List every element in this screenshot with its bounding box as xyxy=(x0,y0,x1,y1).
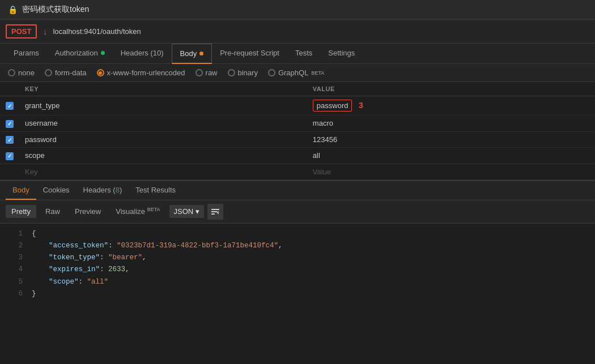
checkbox-checked: ✓ xyxy=(6,102,14,110)
resp-tab-body[interactable]: Body xyxy=(6,181,36,200)
redirect-icon: ↓ xyxy=(42,27,47,37)
row5-checkbox-cell[interactable] xyxy=(0,164,19,179)
body-dot xyxy=(199,52,203,55)
svg-rect-2 xyxy=(211,213,215,215)
code-line-1: 1 { xyxy=(0,228,595,240)
radio-binary xyxy=(228,69,235,76)
resp-format-preview[interactable]: Preview xyxy=(69,205,107,218)
row4-key[interactable]: scope xyxy=(19,148,307,164)
grant-type-value: password xyxy=(313,100,352,112)
col-checkbox xyxy=(0,82,19,96)
checkbox-checked: ✓ xyxy=(6,120,14,128)
table-row: ✓ scope all xyxy=(0,148,595,164)
tab-settings[interactable]: Settings xyxy=(320,44,363,63)
code-line-5: 5 "scope": "all" xyxy=(0,276,595,288)
tab-pre-request[interactable]: Pre-request Script xyxy=(212,44,287,63)
url-input[interactable]: localhost:9401/oauth/token xyxy=(53,27,141,36)
lock-icon: 🔒 xyxy=(8,5,18,14)
table-row-empty: Key Value xyxy=(0,164,595,179)
row1-checkbox-cell[interactable]: ✓ xyxy=(0,96,19,115)
method-badge[interactable]: POST xyxy=(6,24,37,38)
format-urlencoded[interactable]: x-www-form-urlencoded xyxy=(97,68,185,77)
svg-rect-1 xyxy=(211,211,217,212)
format-none[interactable]: none xyxy=(8,68,35,77)
tab-tests[interactable]: Tests xyxy=(287,44,320,63)
resp-format-pretty[interactable]: Pretty xyxy=(6,205,36,218)
code-line-3: 3 "token_type": "bearer", xyxy=(0,252,595,264)
checkbox-checked: ✓ xyxy=(6,152,14,160)
tab-body[interactable]: Body xyxy=(172,44,212,64)
radio-form-data xyxy=(45,69,52,76)
row5-value-placeholder[interactable]: Value xyxy=(307,164,595,179)
table-row: ✓ username macro xyxy=(0,115,595,132)
tab-params[interactable]: Params xyxy=(6,44,47,63)
code-line-4: 4 "expires_in": 2633, xyxy=(0,264,595,276)
code-line-2: 2 "access_token": "0323b7d1-319a-4822-bb… xyxy=(0,240,595,252)
format-graphql[interactable]: GraphQL BETA xyxy=(268,68,324,77)
radio-graphql xyxy=(268,69,275,76)
format-form-data[interactable]: form-data xyxy=(45,68,87,77)
title-bar: 🔒 密码模式获取token xyxy=(0,0,595,20)
row3-key[interactable]: password xyxy=(19,131,307,148)
resp-tab-cookies[interactable]: Cookies xyxy=(36,181,76,200)
wrap-icon xyxy=(211,207,220,216)
dropdown-arrow-icon: ▾ xyxy=(196,207,199,216)
col-key: KEY xyxy=(19,82,307,96)
resp-tab-headers[interactable]: Headers (8) xyxy=(76,181,129,200)
request-tabs: Params Authorization Headers (10) Body P… xyxy=(0,44,595,64)
tab-authorization[interactable]: Authorization xyxy=(47,44,113,63)
svg-rect-0 xyxy=(211,209,219,210)
table-row: ✓ grant_type password 3 xyxy=(0,96,595,115)
row4-checkbox-cell[interactable]: ✓ xyxy=(0,148,19,164)
url-bar: POST ↓ localhost:9401/oauth/token xyxy=(0,20,595,44)
row3-value[interactable]: 123456 xyxy=(307,131,595,148)
wrap-text-button[interactable] xyxy=(207,204,223,220)
format-binary[interactable]: binary xyxy=(228,68,258,77)
annotation-3: 3 xyxy=(359,101,363,110)
radio-urlencoded xyxy=(97,69,104,76)
code-area: 1 { 2 "access_token": "0323b7d1-319a-482… xyxy=(0,224,595,305)
col-value: VALUE xyxy=(307,82,595,96)
row5-key-placeholder[interactable]: Key xyxy=(19,164,307,179)
graphql-beta-badge: BETA xyxy=(311,70,324,76)
tab-headers[interactable]: Headers (10) xyxy=(113,44,172,63)
page-title: 密码模式获取token xyxy=(22,5,89,15)
resp-format-raw[interactable]: Raw xyxy=(40,205,66,218)
json-format-dropdown[interactable]: JSON ▾ xyxy=(169,205,205,218)
row4-value[interactable]: all xyxy=(307,148,595,164)
resp-format-visualize[interactable]: Visualize BETA xyxy=(110,204,165,218)
row1-value[interactable]: password 3 xyxy=(307,96,595,115)
checkbox-checked: ✓ xyxy=(6,136,14,144)
row2-key[interactable]: username xyxy=(19,115,307,132)
table-row: ✓ password 123456 xyxy=(0,131,595,148)
row2-checkbox-cell[interactable]: ✓ xyxy=(0,115,19,132)
format-raw[interactable]: raw xyxy=(196,68,218,77)
radio-raw xyxy=(196,69,203,76)
response-tabs: Body Cookies Headers (8) Test Results xyxy=(0,180,595,200)
body-format-group: none form-data x-www-form-urlencoded raw… xyxy=(0,64,595,82)
visualize-beta-badge: BETA xyxy=(147,207,160,212)
code-line-6: 6 } xyxy=(0,288,595,300)
response-toolbar: Pretty Raw Preview Visualize BETA JSON ▾ xyxy=(0,200,595,224)
params-table: KEY VALUE ✓ grant_type password 3 ✓ xyxy=(0,82,595,180)
authorization-dot xyxy=(101,51,105,55)
radio-none xyxy=(8,69,15,76)
resp-tab-test-results[interactable]: Test Results xyxy=(129,181,182,200)
row1-key[interactable]: grant_type xyxy=(19,96,307,115)
row2-value[interactable]: macro xyxy=(307,115,595,132)
row3-checkbox-cell[interactable]: ✓ xyxy=(0,131,19,148)
